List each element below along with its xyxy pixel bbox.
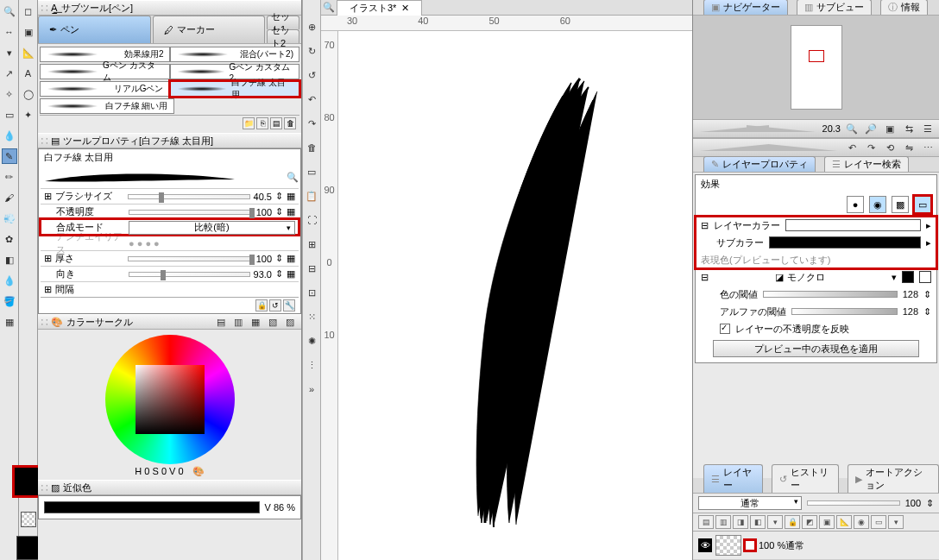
folder-icon[interactable]: 📁 <box>243 117 255 129</box>
eff-tone-icon[interactable]: ◉ <box>869 196 886 213</box>
brush-tool-icon[interactable]: 🖌 <box>2 190 17 205</box>
fill-tool-icon[interactable]: 🪣 <box>2 293 17 309</box>
rotate-cw-icon[interactable]: ↻ <box>304 43 319 59</box>
zoom-slider[interactable] <box>700 125 816 132</box>
layer-dropdown-icon[interactable]: ▾ <box>767 515 783 529</box>
pen-tool-icon[interactable]: ✎ <box>2 148 17 164</box>
flip-icon[interactable]: ⇋ <box>901 140 917 155</box>
shape-tool-icon[interactable]: ◻ <box>21 3 36 19</box>
tab-info[interactable]: ⓘ情報 <box>880 0 928 15</box>
panel-mini-icon[interactable]: ▥ <box>230 314 246 330</box>
layer-color-row[interactable]: ⊟レイヤーカラー ▸ <box>696 217 936 234</box>
navigator-preview[interactable] <box>693 16 939 119</box>
clipboard-icon[interactable]: 📋 <box>304 188 319 204</box>
color-circle[interactable] <box>38 330 301 466</box>
marquee-icon[interactable]: ▭ <box>2 107 17 123</box>
ruler-icon[interactable]: 📐 <box>836 515 852 529</box>
grid-c-icon[interactable]: ⊡ <box>304 285 319 300</box>
color-tag-icon[interactable]: ▭ <box>871 515 886 529</box>
clear-icon[interactable]: 🗑 <box>304 140 319 155</box>
frame-tool-icon[interactable]: ▣ <box>21 24 36 40</box>
menu-icon[interactable]: ☰ <box>920 121 936 136</box>
layer-color-box[interactable] <box>745 540 755 551</box>
rotate-left-icon[interactable]: ↶ <box>844 140 860 155</box>
brush-item[interactable]: Gペン カスタム <box>40 64 170 79</box>
bg-swatch-transparent[interactable] <box>21 512 36 527</box>
deco-tool-icon[interactable]: ✿ <box>2 231 17 247</box>
blend-tool-icon[interactable]: 💧 <box>2 273 17 288</box>
wrench-icon[interactable]: 🔧 <box>283 299 295 311</box>
flip-h-icon[interactable]: ⇆ <box>901 121 917 136</box>
fit-screen-icon[interactable]: ▣ <box>882 121 898 136</box>
zoom-tool-icon[interactable]: 🔍 <box>2 3 17 19</box>
brush-item[interactable]: 白フチ線 細い用 <box>40 98 174 114</box>
lock-icon[interactable]: 🔒 <box>255 299 268 311</box>
panel-mini-icon[interactable]: ▧ <box>265 314 280 330</box>
gradient-tool-icon[interactable]: ▦ <box>2 314 17 330</box>
layer-opacity-slider[interactable] <box>807 500 900 506</box>
undo-icon[interactable]: ↶ <box>304 91 319 107</box>
prop-opacity[interactable]: 不透明度 100⇕▦ <box>41 204 299 219</box>
tab-pen[interactable]: ✒ペン <box>38 16 151 43</box>
prop-direction[interactable]: 向き 93.0⇕▦ <box>41 266 299 281</box>
threshold-row[interactable]: 色の閾値 128⇕ <box>696 286 936 303</box>
grid-a-icon[interactable]: ⊞ <box>304 236 319 252</box>
brush-item-selected[interactable]: 白フチ線 太目用 <box>170 81 300 97</box>
more-icon[interactable]: ⋮ <box>304 357 319 373</box>
chevron-icon[interactable]: » <box>304 381 319 397</box>
ruler-tool-icon[interactable]: 📐 <box>21 45 36 60</box>
eyedropper-icon[interactable]: 💧 <box>2 128 17 143</box>
grid-b-icon[interactable]: ⊟ <box>304 261 319 276</box>
tab-subview[interactable]: ▥サブビュー <box>797 0 872 15</box>
burst-icon[interactable]: ✺ <box>304 333 319 349</box>
sub-color-row[interactable]: サブカラー ▸ <box>696 234 936 251</box>
rotate-ccw-icon[interactable]: ↺ <box>304 67 319 83</box>
bg-swatch[interactable] <box>16 536 41 560</box>
eye-icon[interactable]: 👁 <box>698 538 712 552</box>
alpha-threshold-row[interactable]: アルファの閾値 128⇕ <box>696 303 936 320</box>
blend-mode-dropdown[interactable]: 通常 <box>698 496 802 510</box>
mask-icon[interactable]: ◩ <box>802 515 817 529</box>
balloon-tool-icon[interactable]: ◯ <box>21 86 36 102</box>
prop-thickness[interactable]: ⊞厚さ 100⇕▦ <box>41 250 299 266</box>
eff-layercolor-icon[interactable]: ▭ <box>914 196 931 213</box>
dots-icon[interactable]: ⁙ <box>304 309 319 324</box>
wand-tool-icon[interactable]: ✧ <box>2 86 17 102</box>
panel-mini-icon[interactable]: ▦ <box>248 314 263 330</box>
text-tool-icon[interactable]: A <box>21 66 36 81</box>
more-icon[interactable]: ⋯ <box>920 140 936 155</box>
redo-icon[interactable]: ↷ <box>304 116 319 131</box>
layer-icon-c[interactable]: ◨ <box>733 515 748 529</box>
eraser-tool-icon[interactable]: ◧ <box>2 252 17 267</box>
airbrush-tool-icon[interactable]: 💨 <box>2 211 17 226</box>
approx-gradient[interactable] <box>44 501 260 513</box>
panel-mini-icon[interactable]: ▤ <box>213 314 229 330</box>
rotate-right-icon[interactable]: ↷ <box>863 140 879 155</box>
brush-item[interactable]: リアルGペン <box>40 81 170 97</box>
tab-autoaction[interactable]: ▶オートアクション <box>848 464 939 493</box>
chevron-down-icon[interactable]: ▾ <box>888 515 904 529</box>
move-tool-icon[interactable]: ↔ <box>2 24 17 40</box>
zoom-in-icon[interactable]: 🔎 <box>863 121 879 136</box>
prop-gap[interactable]: ⊞間隔 <box>41 281 299 297</box>
dropdown-icon[interactable]: ▾ <box>2 45 17 60</box>
panel-mini-icon[interactable]: ▨ <box>282 314 298 330</box>
tab-layers[interactable]: ☰レイヤー <box>703 464 763 493</box>
mono-row[interactable]: ⊟◪ モノクロ ▾ <box>696 268 936 286</box>
prop-brush-size[interactable]: ⊞ブラシサイズ 40.5⇕▦ <box>41 188 299 204</box>
doc-icon[interactable]: ▭ <box>304 164 319 179</box>
close-icon[interactable]: ✕ <box>401 3 409 14</box>
duplicate-icon[interactable]: ⎘ <box>256 117 268 129</box>
layer-row[interactable]: 👁 100 %通常 <box>693 532 939 560</box>
eff-tex-icon[interactable]: ▩ <box>892 196 909 213</box>
target-icon[interactable]: ⊕ <box>304 19 319 35</box>
reflect-opacity-row[interactable]: レイヤーの不透明度を反映 <box>696 320 936 337</box>
reset-icon[interactable]: ↺ <box>269 299 281 311</box>
zoom-out-icon[interactable]: 🔍 <box>844 121 860 136</box>
new-icon[interactable]: ▤ <box>270 117 282 129</box>
rotate-slider[interactable] <box>700 144 837 151</box>
canvas[interactable] <box>338 31 692 560</box>
apply-express-button[interactable]: プレビュー中の表現色を適用 <box>713 340 919 357</box>
brush-item[interactable]: 混合(パート2) <box>170 47 300 62</box>
lock-icon[interactable]: 🔒 <box>785 515 800 529</box>
